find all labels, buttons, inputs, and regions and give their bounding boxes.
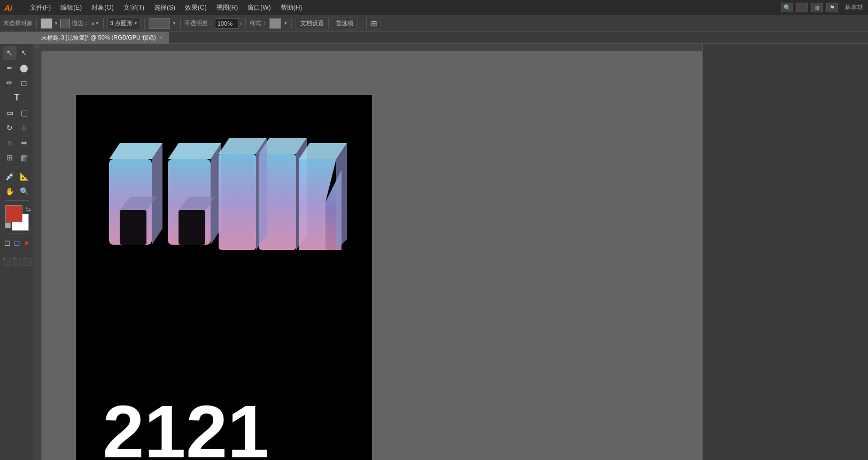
menu-effect[interactable]: 效果(C) (181, 2, 211, 13)
toolbar: 未选择对象 ▼ 描边： ▲▼ 3 点圆形 ▼ ▼ 不透明度： › 样式： ▼ 文… (0, 15, 868, 32)
lasso-tool[interactable]: ⬤ (18, 61, 31, 75)
arrange-toolbar-button[interactable]: ⊞ (366, 18, 382, 29)
right-panel: ‹ 颜色 颜色参考 颜色主题 › # (702, 0, 868, 460)
menu-view[interactable]: 视图(R) (212, 2, 243, 13)
chart-tool[interactable]: ▦ (18, 151, 31, 165)
rect-mode-icon: ◻ (14, 238, 20, 247)
eraser-tool[interactable]: ◻ (18, 76, 31, 90)
fill-arrow[interactable]: ▼ (54, 21, 58, 26)
menu-file[interactable]: 文件(F) (26, 2, 55, 13)
rect-mode[interactable]: ◻ (13, 236, 21, 250)
rect-tool[interactable]: ▭ (3, 106, 17, 120)
measure-tool[interactable]: 📐 (18, 169, 31, 183)
fill-section: ▼ (41, 18, 58, 29)
tab-bar: 未标题-3 [已恢复]* @ 50% (RGB/GPU 预览) × (35, 32, 868, 44)
pencil-icon: ✏ (6, 79, 13, 87)
preferences-button[interactable]: 首选项 (331, 18, 358, 29)
measure-icon: 📐 (20, 172, 29, 181)
opacity-label: 不透明度： (184, 19, 214, 27)
stroke-arrow[interactable]: ▲▼ (91, 21, 99, 26)
pen-lasso-pair: ✒ ⬤ (3, 61, 31, 75)
opacity-input[interactable] (215, 18, 239, 29)
opacity-chevron[interactable]: › (240, 20, 242, 27)
scale-tool[interactable]: ⊹ (18, 121, 31, 135)
rect-tool-pair: ▭ ▢ (3, 106, 31, 120)
pen-tool[interactable]: ✒ (3, 61, 17, 75)
stroke-label: 描边： (72, 19, 89, 27)
stroke-preview (149, 18, 170, 29)
menu-text[interactable]: 文字(T) (119, 2, 149, 13)
warp-width-pair: ⌂ ⇔ (3, 136, 31, 150)
artboard[interactable]: 2121 (76, 95, 372, 460)
svg-marker-17 (336, 143, 347, 250)
style-arrow[interactable]: ▼ (283, 21, 288, 26)
warp-tool[interactable]: ⌂ (3, 136, 17, 150)
rect-icon: ▭ (6, 108, 13, 117)
svg-marker-2 (152, 143, 162, 245)
hand-zoom-pair: ✋ 🔍 (3, 184, 31, 198)
document-tab[interactable]: 未标题-3 [已恢复]* @ 50% (RGB/GPU 预览) × (35, 32, 169, 44)
menu-help[interactable]: 帮助(H) (276, 2, 307, 13)
arrange-icon[interactable]: ⬛ (796, 3, 808, 12)
ai-logo: Ai (4, 3, 19, 12)
round-rect-tool[interactable]: ▢ (18, 106, 31, 120)
select-tool[interactable]: ↖ (3, 46, 17, 60)
rotate-scale-pair: ↻ ⊹ (3, 121, 31, 135)
lasso-icon: ⬤ (20, 64, 28, 72)
flag-icon[interactable]: ⚑ (826, 3, 838, 12)
direct-select-tool[interactable]: ↖ (18, 46, 31, 60)
mask-mode[interactable]: ⬛ (22, 254, 32, 268)
pencil-tool[interactable]: ✏ (3, 76, 17, 90)
menu-edit[interactable]: 编辑(E) (56, 2, 86, 13)
doc-settings-button[interactable]: 文档设置 (296, 18, 329, 29)
eyedrop-measure-pair: 💉 📐 (3, 169, 31, 183)
selection-section: 未选择对象 (3, 19, 33, 27)
symb-chart-pair: ⊞ ▦ (3, 151, 31, 165)
color-mode-icon: ● (24, 238, 28, 247)
search-icon[interactable]: 🔍 (781, 3, 793, 12)
tab-close-button[interactable]: × (159, 35, 162, 41)
svg-rect-3 (120, 210, 146, 245)
menu-bar: Ai 文件(F) 编辑(E) 对象(O) 文字(T) 选择(S) 效果(C) 视… (0, 0, 868, 15)
mode-toggle-pair: ◻ ◻ ● (3, 236, 31, 250)
view-mode[interactable]: ⬛ (2, 254, 11, 268)
pencil-eraser-pair: ✏ ◻ (3, 76, 31, 90)
width-tool[interactable]: ⇔ (18, 136, 31, 150)
pen-icon: ✒ (6, 64, 13, 72)
eraser-icon: ◻ (21, 79, 27, 87)
color-swatch-group: ⇆ ◼ (3, 205, 31, 231)
fill-color-swatch[interactable] (41, 18, 52, 29)
view-mode-icon: ⬛ (2, 257, 11, 266)
foreground-color-swatch[interactable] (5, 205, 22, 222)
letters-graphic (92, 111, 356, 303)
color-mode[interactable]: ● (22, 236, 31, 250)
menu-select[interactable]: 选择(S) (150, 2, 180, 13)
tab-title: 未标题-3 [已恢复]* @ 50% (RGB/GPU 预览) (41, 34, 156, 42)
point-type-dropdown[interactable]: 3 点圆形 ▼ (107, 18, 141, 29)
canvas-area[interactable]: 2121 知乎 @陶落落 (34, 44, 702, 460)
stroke-color-swatch[interactable] (60, 19, 70, 28)
rotate-tool[interactable]: ↻ (3, 121, 17, 135)
rotate-icon: ↻ (6, 123, 13, 132)
menu-window[interactable]: 窗口(W) (243, 2, 275, 13)
zoom-tool[interactable]: 🔍 (18, 184, 31, 198)
symbol-icon: ⊞ (6, 153, 13, 162)
left-toolbar: ↖ ↖ ✒ ⬤ ✏ ◻ T ▭ ▢ ↻ ⊹ (0, 44, 34, 460)
opacity-section: 不透明度： › (184, 18, 242, 29)
vertical-ruler (34, 44, 42, 460)
grid-icon[interactable]: ⊞ (811, 3, 823, 12)
zoom-mode[interactable]: ⬛ (12, 254, 21, 268)
type-tool[interactable]: T (3, 91, 31, 105)
stroke-end-arrow[interactable]: ▼ (172, 21, 176, 26)
eyedropper-tool[interactable]: 💉 (3, 169, 17, 183)
menu-object[interactable]: 对象(O) (87, 2, 118, 13)
normal-mode[interactable]: ◻ (3, 236, 12, 250)
svg-rect-10 (219, 154, 256, 250)
style-swatch[interactable] (269, 18, 281, 29)
hand-tool[interactable]: ✋ (3, 184, 17, 198)
swap-colors-icon[interactable]: ⇆ (26, 205, 31, 213)
svg-rect-8 (179, 210, 205, 245)
symbol-tool[interactable]: ⊞ (3, 151, 17, 165)
artboard-container: 2121 知乎 @陶落落 (76, 95, 372, 460)
style-label: 样式： (250, 19, 267, 27)
